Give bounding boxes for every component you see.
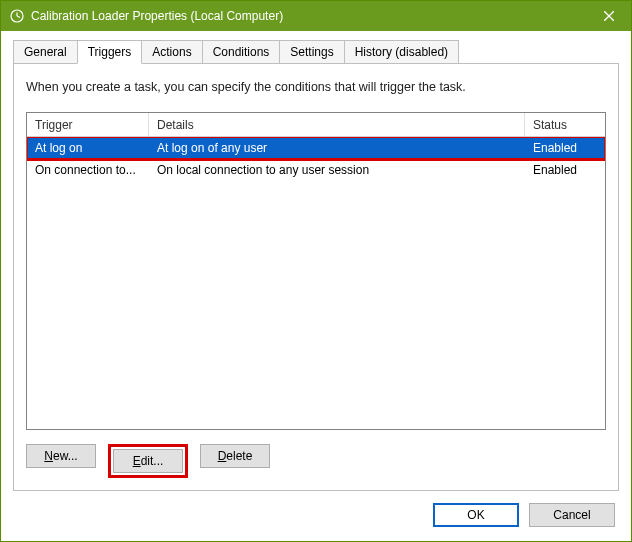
column-header-details[interactable]: Details	[149, 113, 525, 136]
cell-trigger: At log on	[27, 138, 149, 158]
close-icon	[604, 11, 614, 21]
column-header-status[interactable]: Status	[525, 113, 605, 136]
button-label-rest: dit...	[141, 454, 164, 468]
tab-settings[interactable]: Settings	[279, 40, 344, 63]
table-row[interactable]: On connection to... On local connection …	[27, 159, 605, 181]
hint-text: When you create a task, you can specify …	[26, 80, 606, 94]
cell-details: At log on of any user	[149, 138, 525, 158]
table-row[interactable]: At log on At log on of any user Enabled	[27, 137, 605, 159]
listview-header: Trigger Details Status	[27, 113, 605, 137]
edit-button[interactable]: Edit...	[113, 449, 183, 473]
tab-actions[interactable]: Actions	[141, 40, 202, 63]
button-label-rest: elete	[226, 449, 252, 463]
dialog-button-row: OK Cancel	[1, 491, 631, 541]
column-header-trigger[interactable]: Trigger	[27, 113, 149, 136]
dialog-content: General Triggers Actions Conditions Sett…	[1, 31, 631, 491]
close-button[interactable]	[586, 1, 631, 31]
cell-trigger: On connection to...	[27, 160, 149, 180]
triggers-listview[interactable]: Trigger Details Status At log on At log …	[26, 112, 606, 430]
titlebar: Calibration Loader Properties (Local Com…	[1, 1, 631, 31]
tab-triggers[interactable]: Triggers	[77, 40, 143, 64]
svg-line-2	[17, 16, 20, 18]
cell-details: On local connection to any user session	[149, 160, 525, 180]
new-button[interactable]: New...	[26, 444, 96, 468]
listview-body: At log on At log on of any user Enabled …	[27, 137, 605, 429]
button-label-rest: ew...	[53, 449, 78, 463]
dialog-window: Calibration Loader Properties (Local Com…	[0, 0, 632, 542]
window-title: Calibration Loader Properties (Local Com…	[31, 9, 586, 23]
cell-status: Enabled	[525, 138, 605, 158]
mnemonic: E	[133, 454, 141, 468]
cell-status: Enabled	[525, 160, 605, 180]
delete-button[interactable]: Delete	[200, 444, 270, 468]
tab-general[interactable]: General	[13, 40, 78, 63]
mnemonic: N	[44, 449, 53, 463]
trigger-action-buttons: New... Edit... Delete	[26, 444, 606, 478]
tab-history[interactable]: History (disabled)	[344, 40, 459, 63]
ok-button[interactable]: OK	[433, 503, 519, 527]
highlight-edit: Edit...	[108, 444, 188, 478]
tab-conditions[interactable]: Conditions	[202, 40, 281, 63]
cancel-button[interactable]: Cancel	[529, 503, 615, 527]
mnemonic: D	[218, 449, 227, 463]
tab-strip: General Triggers Actions Conditions Sett…	[13, 39, 619, 63]
tabpanel-triggers: When you create a task, you can specify …	[13, 63, 619, 491]
clock-icon	[9, 8, 25, 24]
